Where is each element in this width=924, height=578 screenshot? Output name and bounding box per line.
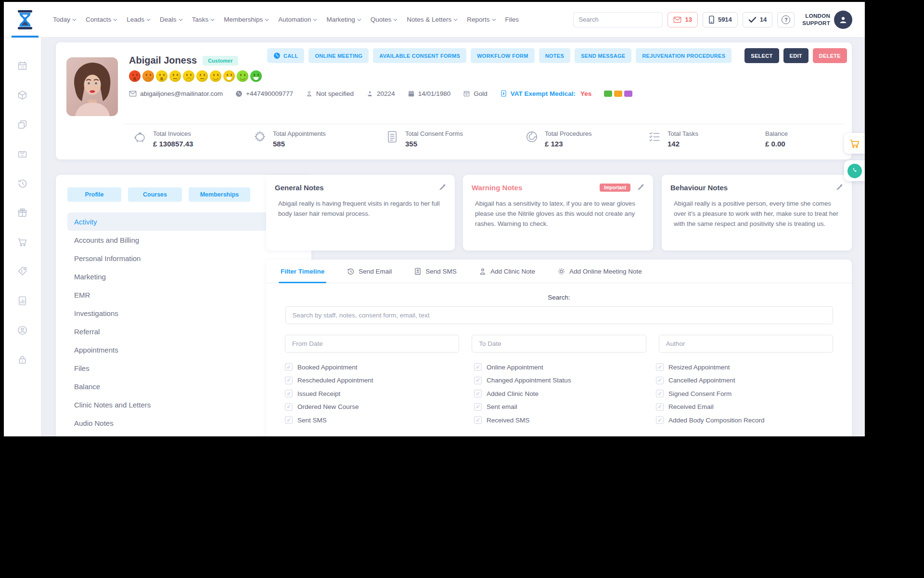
tab-add-online-meeting-note[interactable]: Add Online Meeting Note [557, 260, 642, 283]
client-photo[interactable] [66, 57, 118, 116]
mood-face-2[interactable] [142, 70, 154, 82]
nav-tasks[interactable]: Tasks [192, 16, 215, 23]
mood-face-8[interactable] [223, 70, 235, 82]
calendar-icon[interactable]: 12 [17, 60, 28, 71]
checkbox-checked[interactable] [285, 416, 293, 424]
nav-today[interactable]: Today [53, 16, 77, 23]
help-button[interactable]: ? [777, 12, 795, 27]
mood-face-3[interactable] [156, 70, 167, 82]
tab-filter-timeline[interactable]: Filter Timeline [281, 260, 324, 283]
nav-automation[interactable]: Automation [278, 16, 317, 23]
checkbox-checked[interactable] [474, 416, 482, 424]
orange-label[interactable] [614, 91, 622, 97]
checkbox-checked[interactable] [474, 377, 482, 384]
products-icon[interactable] [17, 89, 28, 101]
menu-investigations[interactable]: Investigations [67, 304, 300, 322]
cart-icon[interactable] [17, 236, 28, 248]
search-input[interactable] [574, 16, 663, 23]
tab-send-sms[interactable]: Send SMS [414, 260, 457, 283]
checkbox-checked[interactable] [656, 390, 664, 397]
filter-added-clinic-note[interactable]: Added Clinic Note [474, 390, 656, 397]
pricing-icon[interactable]: $ [17, 265, 28, 277]
menu-clinic-notes-and-letters[interactable]: Clinic Notes and Letters [67, 395, 300, 414]
gift-icon[interactable] [17, 207, 28, 218]
notes-button[interactable]: NOTES [539, 48, 570, 63]
client-vat-exempt[interactable]: VAT Exempt Medical:Yes [500, 90, 592, 97]
menu-audio-notes[interactable]: Audio Notes [67, 414, 300, 432]
pos-drawer-icon[interactable] [17, 148, 28, 159]
to-date-input[interactable] [472, 335, 646, 353]
filter-sent-sms[interactable]: Sent SMS [285, 416, 474, 424]
menu-referral[interactable]: Referral [67, 322, 300, 341]
filter-booked-appointment[interactable]: Booked Appointment [285, 363, 474, 371]
menu-activity[interactable]: Activity [67, 212, 300, 231]
filter-rescheduled-appointment[interactable]: Rescheduled Appointment [285, 377, 474, 384]
author-input[interactable] [659, 335, 833, 353]
nav-memberships[interactable]: Memberships [224, 16, 269, 23]
user-menu[interactable]: LONDON SUPPORT [802, 11, 852, 29]
avatar[interactable] [834, 11, 852, 29]
filter-received-email[interactable]: Received Email [656, 403, 833, 411]
edit-pencil-icon[interactable] [439, 183, 446, 192]
checkbox-checked[interactable] [285, 403, 293, 411]
filter-received-sms[interactable]: Received SMS [474, 416, 656, 424]
delete-button[interactable]: DELETE [813, 48, 847, 63]
filter-cancelled-appointment[interactable]: Cancelled Appointment [656, 377, 833, 384]
tab-send-email[interactable]: Send Email [346, 260, 392, 283]
duplicate-icon[interactable] [17, 118, 28, 130]
menu-balance[interactable]: Balance [67, 377, 300, 395]
nav-leads[interactable]: Leads [127, 16, 151, 23]
tab-courses[interactable]: Courses [128, 187, 182, 202]
workflow-form-button[interactable]: WORKFLOW FORM [471, 48, 535, 63]
nav-quotes[interactable]: Quotes [371, 16, 398, 23]
tasks-badge[interactable]: 14 [743, 12, 772, 27]
nav-reports[interactable]: Reports [467, 16, 496, 23]
lock-icon[interactable] [17, 354, 28, 365]
checkbox-checked[interactable] [656, 403, 664, 411]
send-message-button[interactable]: SEND MESSAGE [575, 48, 631, 63]
tab-add-clinic-note[interactable]: Add Clinic Note [479, 260, 535, 283]
mood-face-4[interactable] [169, 70, 181, 82]
edit-pencil-icon[interactable] [836, 183, 843, 192]
edit-button[interactable]: EDIT [783, 48, 808, 63]
rejuvenation-procedures-button[interactable]: REJUVENATION PROCEDURES [636, 48, 732, 63]
calls-badge[interactable]: 5914 [703, 12, 738, 27]
call-button[interactable]: CALL [267, 48, 305, 63]
online-meeting-button[interactable]: ONLINE MEETING [308, 48, 369, 63]
checkbox-checked[interactable] [285, 377, 293, 384]
mood-face-6[interactable] [196, 70, 208, 82]
menu-appointments[interactable]: Appointments [67, 341, 300, 359]
mood-face-5[interactable] [183, 70, 194, 82]
filter-resized-appointment[interactable]: Resized Appointment [656, 363, 833, 371]
mood-face-9[interactable] [237, 70, 248, 82]
tab-memberships[interactable]: Memberships [189, 187, 250, 202]
filter-sent-email[interactable]: Sent email [474, 403, 656, 411]
reports-icon[interactable] [17, 295, 28, 306]
filter-issued-receipt[interactable]: Issued Receipt [285, 390, 474, 397]
select-button[interactable]: SELECT [744, 48, 779, 63]
client-support-icon[interactable] [17, 324, 28, 336]
inbox-badge[interactable]: 13 [667, 12, 697, 27]
checkbox-checked[interactable] [285, 390, 293, 397]
filter-ordered-new-course[interactable]: Ordered New Course [285, 403, 474, 411]
filter-signed-consent-form[interactable]: Signed Consent Form [656, 390, 833, 397]
checkbox-checked[interactable] [656, 377, 664, 384]
nav-files[interactable]: Files [505, 16, 519, 23]
mood-face-10[interactable] [250, 70, 262, 82]
cart-float-button[interactable] [844, 133, 865, 154]
filter-online-appointment[interactable]: Online Appointment [474, 363, 656, 371]
menu-personal-information[interactable]: Personal Information [67, 249, 300, 267]
checkbox-checked[interactable] [474, 390, 482, 397]
edit-pencil-icon[interactable] [637, 183, 644, 192]
menu-marketing[interactable]: Marketing [67, 267, 300, 286]
filter-added-body-composition-record[interactable]: Added Body Composition Record [656, 416, 833, 424]
client-phone[interactable]: +447490009777 [235, 90, 293, 97]
nav-marketing[interactable]: Marketing [326, 16, 361, 23]
whatsapp-float-button[interactable] [844, 160, 865, 181]
app-logo[interactable] [4, 9, 46, 30]
mood-face-1[interactable] [129, 70, 141, 82]
available-consent-forms-button[interactable]: AVAILABLE CONSENT FORMS [373, 48, 466, 63]
menu-emr[interactable]: EMR [67, 286, 300, 304]
filter-changed-appointment-status[interactable]: Changed Appointment Status [474, 377, 656, 384]
checkbox-checked[interactable] [656, 416, 664, 424]
